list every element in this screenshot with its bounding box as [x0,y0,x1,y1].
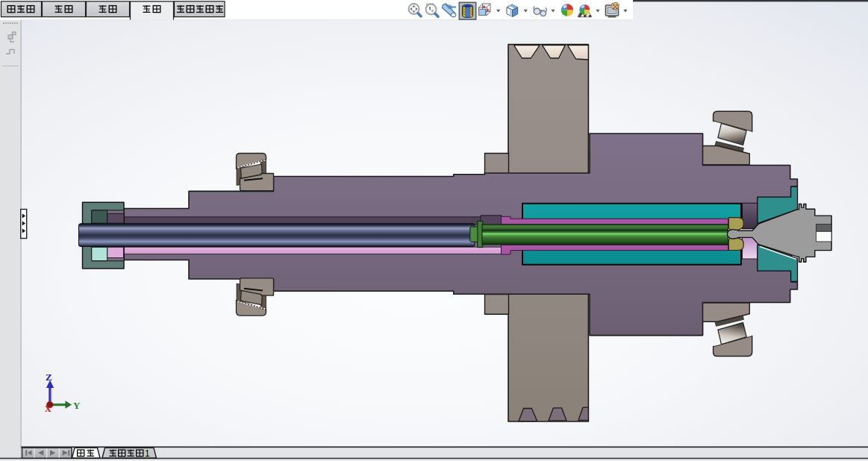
svg-text:1: 1 [145,448,150,459]
svg-text:Z: Z [46,371,52,383]
svg-text:X: X [45,404,51,414]
svg-text:Y: Y [73,400,81,411]
